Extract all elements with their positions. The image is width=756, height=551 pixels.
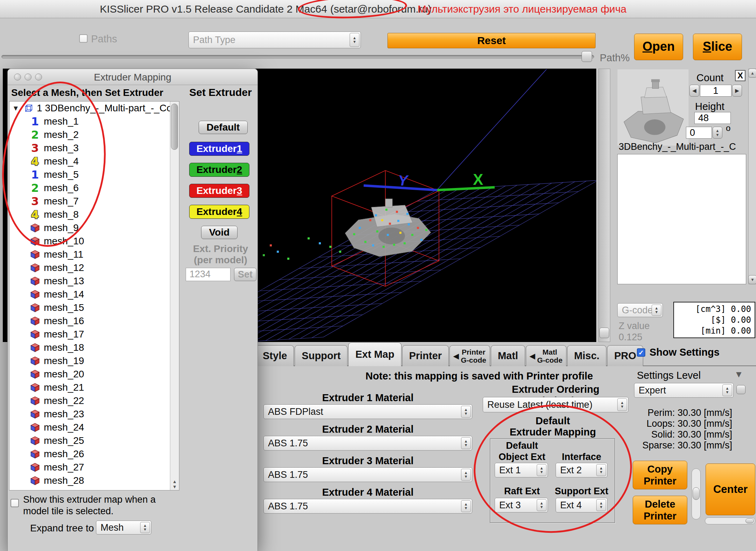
bottom-horizontal-slider-handle[interactable] xyxy=(745,518,754,523)
gcode-select[interactable]: G-code ▲▼ xyxy=(617,303,663,317)
settings-level-select[interactable]: Expert ▲▼ xyxy=(634,383,734,398)
path-type-select[interactable]: Path Type ▲▼ xyxy=(188,32,361,48)
viewport-vertical-slider[interactable] xyxy=(598,69,610,342)
tree-item-mesh_6[interactable]: 2mesh_6 xyxy=(9,181,179,195)
set-extruder3-button[interactable]: Extruder 3 xyxy=(189,184,249,198)
tree-item-mesh_24[interactable]: mesh_24 xyxy=(9,421,179,434)
ext-priority-input[interactable]: 1234 xyxy=(186,268,231,281)
set-default-button[interactable]: Default xyxy=(199,121,248,134)
extruder-material-select[interactable]: ABS FDPlast▲▼ xyxy=(263,404,472,419)
extruder-mapping-titlebar[interactable]: Extruder Mapping xyxy=(8,69,257,85)
delete-printer-button[interactable]: Delete Printer xyxy=(633,496,687,524)
set-extruder2-button[interactable]: Extruder 2 xyxy=(189,163,249,177)
tree-item-mesh_25[interactable]: mesh_25 xyxy=(9,434,179,447)
extruder-material-select[interactable]: ABS 1.75▲▼ xyxy=(263,499,472,514)
set-extruder4-button[interactable]: Extruder 4 xyxy=(189,205,249,219)
tree-scrollbar-thumb[interactable] xyxy=(171,104,178,150)
reset-button[interactable]: Reset xyxy=(387,33,596,48)
support-ext-select[interactable]: Ext 4 ▲▼ xyxy=(556,498,607,512)
tree-item-mesh_5[interactable]: 1mesh_5 xyxy=(9,168,179,181)
tab-printer-g-code[interactable]: ◀PrinterG-code xyxy=(449,345,490,366)
tab-support[interactable]: Support xyxy=(295,345,348,366)
tab-matl-g-code[interactable]: ◀MatlG-code xyxy=(526,345,566,366)
tree-scrollbar[interactable]: ▲▼ xyxy=(170,102,179,490)
disclosure-triangle-icon[interactable]: ▼ xyxy=(12,104,21,112)
tree-item-mesh_2[interactable]: 2mesh_2 xyxy=(9,128,179,141)
tree-item-mesh_4[interactable]: 4mesh_4 xyxy=(9,155,179,168)
scroll-down-icon[interactable]: ▼ xyxy=(748,275,756,284)
height-value[interactable]: 48 xyxy=(694,112,731,124)
extruder-materials-section: Extruder 1 MaterialABS FDPlast▲▼Extruder… xyxy=(263,392,472,518)
tree-item-mesh_18[interactable]: mesh_18 xyxy=(9,341,179,354)
tab-misc-[interactable]: Misc. xyxy=(567,345,607,366)
copy-printer-button[interactable]: Copy Printer xyxy=(633,461,687,489)
show-settings-toggle[interactable]: ✓ Show Settings xyxy=(637,347,720,358)
count-value[interactable]: 1 xyxy=(700,85,731,97)
path-slider-handle[interactable] xyxy=(582,51,592,62)
tree-item-mesh_14[interactable]: mesh_14 xyxy=(9,288,179,301)
ordering-optimization-select[interactable]: Reuse Latest (least time) ▲▼ xyxy=(483,397,628,412)
tree-item-mesh_10[interactable]: mesh_10 xyxy=(9,235,179,248)
tree-item-mesh_13[interactable]: mesh_13 xyxy=(9,274,179,288)
settings-lock-box[interactable] xyxy=(736,385,745,394)
tree-item-mesh_7[interactable]: 3mesh_7 xyxy=(9,195,179,208)
tree-item-mesh_11[interactable]: mesh_11 xyxy=(9,248,179,261)
tree-item-mesh_28[interactable]: mesh_28 xyxy=(9,474,179,487)
tree-item-mesh_1[interactable]: 1mesh_1 xyxy=(9,115,179,128)
tree-item-mesh_20[interactable]: mesh_20 xyxy=(9,368,179,381)
interface-ext-select[interactable]: Ext 2 ▲▼ xyxy=(556,463,607,477)
scroll-up-icon[interactable]: ▲ xyxy=(748,69,756,78)
path-slider-track[interactable] xyxy=(1,55,594,58)
count-increment-arrow[interactable]: ▶ xyxy=(732,85,742,97)
tab-ext-map[interactable]: Ext Map xyxy=(348,342,401,366)
paths-checkbox[interactable] xyxy=(79,34,88,43)
tree-item-mesh_3[interactable]: 3mesh_3 xyxy=(9,141,179,155)
slice-button[interactable]: Slice xyxy=(693,34,742,60)
extruder-material-select[interactable]: ABS 1.75▲▼ xyxy=(263,467,472,482)
tree-item-mesh_22[interactable]: mesh_22 xyxy=(9,394,179,407)
tree-item-mesh_27[interactable]: mesh_27 xyxy=(9,461,179,474)
tree-item-mesh_23[interactable]: mesh_23 xyxy=(9,407,179,421)
show-map-checkbox[interactable] xyxy=(11,499,19,507)
mesh-label: mesh_17 xyxy=(44,329,84,340)
tree-item-root[interactable]: ▼ 1 3DBenchy_-_Multi-part_-_Co xyxy=(9,102,179,115)
raft-ext-select[interactable]: Ext 3 ▲▼ xyxy=(495,498,548,512)
tree-scroll-arrows-icon[interactable]: ▲▼ xyxy=(170,479,179,489)
tree-item-mesh_16[interactable]: mesh_16 xyxy=(9,314,179,328)
expand-tree-select[interactable]: Mesh ▲▼ xyxy=(96,521,151,535)
tree-item-mesh_15[interactable]: mesh_15 xyxy=(9,301,179,314)
rotation-stepper[interactable]: ▲▼ xyxy=(713,127,722,139)
tree-item-mesh_21[interactable]: mesh_21 xyxy=(9,381,179,394)
set-void-button[interactable]: Void xyxy=(201,226,238,239)
mesh-tree[interactable]: ▼ 1 3DBenchy_-_Multi-part_-_Co 1mesh_12m… xyxy=(9,101,179,490)
chevron-down-icon[interactable]: ▼ xyxy=(734,369,743,380)
ext-priority-set-button[interactable]: Set xyxy=(234,268,256,281)
set-extruder1-button[interactable]: Extruder 1 xyxy=(189,142,249,156)
tree-item-mesh_9[interactable]: mesh_9 xyxy=(9,221,179,235)
speed-readouts: Perim: 30.30 [mm/s]Loops: 30.30 [mm/s]So… xyxy=(633,407,732,451)
close-model-button[interactable]: X xyxy=(735,70,745,81)
tree-item-mesh_17[interactable]: mesh_17 xyxy=(9,328,179,341)
rotation-angle-value[interactable]: 0 xyxy=(686,127,712,139)
mesh-cube-icon xyxy=(30,476,40,485)
show-settings-checkbox[interactable]: ✓ xyxy=(637,348,645,357)
mesh-cube-icon xyxy=(30,277,40,286)
tree-item-mesh_26[interactable]: mesh_26 xyxy=(9,447,179,461)
tab-matl[interactable]: Matl xyxy=(491,345,525,366)
center-button[interactable]: Center xyxy=(706,463,755,515)
viewport-vertical-slider-handle[interactable] xyxy=(599,328,609,338)
tab-style[interactable]: Style xyxy=(256,345,294,366)
printer-vertical-slider-handle[interactable] xyxy=(693,487,700,500)
panel-scrollbar[interactable] xyxy=(748,69,756,284)
extruder-material-select[interactable]: ABS 1.75▲▼ xyxy=(263,436,472,451)
tree-item-mesh_19[interactable]: mesh_19 xyxy=(9,354,179,368)
object-ext-select[interactable]: Ext 1 ▲▼ xyxy=(495,463,548,477)
model-tile-list[interactable] xyxy=(617,154,746,284)
tree-item-mesh_12[interactable]: mesh_12 xyxy=(9,261,179,274)
open-button[interactable]: Open xyxy=(634,34,683,60)
mesh-cube-icon xyxy=(30,316,40,326)
model-thumbnail[interactable] xyxy=(617,69,689,146)
count-decrement-arrow[interactable]: ◀ xyxy=(689,85,699,97)
tab-printer[interactable]: Printer xyxy=(402,345,449,366)
tree-item-mesh_8[interactable]: 4mesh_8 xyxy=(9,208,179,221)
